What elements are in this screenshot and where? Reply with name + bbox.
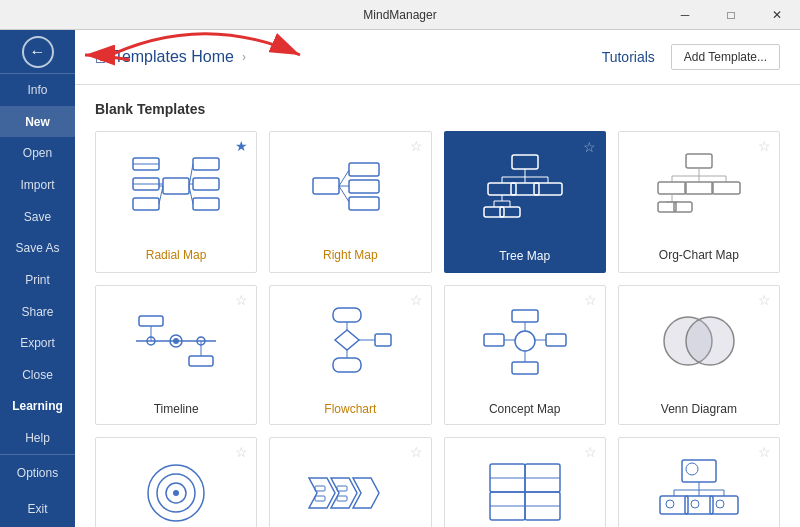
right-map-icon-area: [270, 132, 430, 242]
template-card-right-map[interactable]: ☆ Right Map: [269, 131, 431, 273]
svg-rect-87: [337, 496, 347, 501]
flowchart-label: Flowchart: [270, 396, 430, 424]
template12-icon-area: [619, 438, 779, 527]
tree-map-label: Tree Map: [446, 243, 604, 271]
right-map-label: Right Map: [270, 242, 430, 270]
sidebar: ← Info New Open Import Save Save As Prin…: [0, 30, 75, 527]
svg-rect-28: [488, 183, 516, 195]
sidebar-item-import[interactable]: Import: [0, 169, 75, 201]
home-icon: ⌂: [95, 47, 106, 68]
svg-rect-71: [512, 362, 538, 374]
svg-point-66: [515, 331, 535, 351]
svg-line-18: [339, 186, 349, 202]
svg-rect-65: [333, 358, 361, 372]
sidebar-item-help[interactable]: Help: [0, 422, 75, 454]
templates-grid: ★: [95, 131, 780, 527]
svg-rect-35: [484, 207, 504, 217]
main-content: ⌂ Templates Home › Tutorials Add Templat…: [75, 30, 800, 527]
sidebar-item-exit[interactable]: Exit: [0, 491, 75, 527]
svg-rect-22: [512, 155, 538, 169]
star-empty-icon: ☆: [410, 138, 423, 154]
svg-rect-84: [315, 486, 325, 491]
template-card-tree-map[interactable]: ☆: [444, 131, 606, 273]
svg-rect-43: [658, 182, 686, 194]
svg-point-76: [686, 317, 734, 365]
sidebar-item-learning[interactable]: Learning: [0, 391, 75, 423]
template-card-timeline[interactable]: ☆ Timel: [95, 285, 257, 425]
template-card-10[interactable]: ☆: [269, 437, 431, 527]
svg-rect-44: [685, 182, 713, 194]
add-template-button[interactable]: Add Template...: [671, 44, 780, 70]
svg-rect-21: [349, 197, 379, 210]
template-card-org-chart[interactable]: ☆: [618, 131, 780, 273]
concept-map-icon-area: [445, 286, 605, 396]
timeline-icon-area: [96, 286, 256, 396]
org-chart-label: Org-Chart Map: [619, 242, 779, 270]
svg-rect-86: [337, 486, 347, 491]
radial-map-icon-area: [96, 132, 256, 242]
breadcrumb-arrow: ›: [242, 50, 246, 64]
svg-rect-58: [189, 356, 213, 366]
sidebar-item-print[interactable]: Print: [0, 264, 75, 296]
maximize-button[interactable]: □: [708, 0, 754, 30]
timeline-label: Timeline: [96, 396, 256, 424]
svg-line-16: [339, 170, 349, 186]
svg-rect-9: [193, 158, 219, 170]
template-card-12[interactable]: ☆: [618, 437, 780, 527]
sidebar-item-options[interactable]: Options: [0, 455, 75, 491]
back-button[interactable]: ←: [0, 30, 75, 74]
svg-rect-0: [163, 178, 189, 194]
template11-icon-area: [445, 438, 605, 527]
star-filled-icon: ★: [235, 138, 248, 154]
sidebar-item-export[interactable]: Export: [0, 327, 75, 359]
sidebar-item-saveas[interactable]: Save As: [0, 232, 75, 264]
svg-marker-81: [309, 478, 335, 508]
svg-rect-36: [500, 207, 520, 217]
close-button[interactable]: ✕: [754, 0, 800, 30]
sidebar-item-close[interactable]: Close: [0, 359, 75, 391]
svg-rect-85: [315, 496, 325, 501]
svg-rect-30: [534, 183, 562, 195]
svg-rect-73: [512, 310, 538, 322]
template-card-9[interactable]: ☆: [95, 437, 257, 527]
svg-rect-64: [375, 334, 391, 346]
sidebar-item-new[interactable]: New: [0, 106, 75, 138]
tutorials-link[interactable]: Tutorials: [602, 49, 655, 65]
tree-map-icon-area: [446, 133, 604, 243]
window-controls: ─ □ ✕: [662, 0, 800, 30]
minimize-button[interactable]: ─: [662, 0, 708, 30]
star-empty-icon-concept: ☆: [584, 292, 597, 308]
content-area: Blank Templates ★: [75, 85, 800, 527]
star-empty-icon-9: ☆: [235, 444, 248, 460]
template-card-radial-map[interactable]: ★: [95, 131, 257, 273]
template-card-flowchart[interactable]: ☆ Flowchart: [269, 285, 431, 425]
venn-icon-area: [619, 286, 779, 396]
concept-map-label: Concept Map: [445, 396, 605, 424]
org-chart-icon-area: [619, 132, 779, 242]
radial-map-label: Radial Map: [96, 242, 256, 270]
sidebar-item-save[interactable]: Save: [0, 201, 75, 233]
svg-rect-11: [193, 178, 219, 190]
star-empty-icon-venn: ☆: [758, 292, 771, 308]
back-circle-icon: ←: [22, 36, 54, 68]
template-card-11[interactable]: ☆: [444, 437, 606, 527]
section-title: Blank Templates: [95, 101, 780, 117]
sidebar-item-share[interactable]: Share: [0, 296, 75, 328]
svg-rect-13: [193, 198, 219, 210]
template9-icon-area: [96, 438, 256, 527]
star-empty-icon-flow: ☆: [410, 292, 423, 308]
svg-rect-15: [313, 178, 339, 194]
sidebar-item-open[interactable]: Open: [0, 137, 75, 169]
flowchart-icon-area: [270, 286, 430, 396]
template10-icon-area: [270, 438, 430, 527]
svg-rect-96: [682, 460, 716, 482]
svg-rect-7: [133, 198, 159, 210]
star-empty-icon-tree: ☆: [583, 139, 596, 155]
sidebar-item-info[interactable]: Info: [0, 74, 75, 106]
template-card-venn[interactable]: ☆ Venn Diagram: [618, 285, 780, 425]
svg-point-106: [666, 500, 674, 508]
title-bar: MindManager ─ □ ✕: [0, 0, 800, 30]
template-card-concept-map[interactable]: ☆ Conce: [444, 285, 606, 425]
breadcrumb: ⌂ Templates Home ›: [95, 47, 246, 68]
svg-point-107: [691, 500, 699, 508]
